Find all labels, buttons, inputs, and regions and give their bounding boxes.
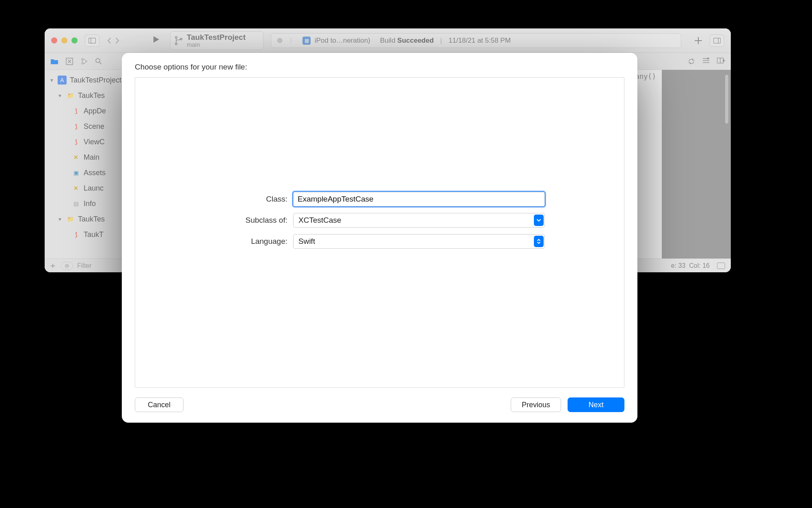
build-status: Succeeded [397, 37, 434, 44]
language-popup-button[interactable] [534, 236, 544, 247]
folder-icon: 📁 [66, 215, 75, 224]
add-editor-icon[interactable] [717, 58, 725, 63]
device-label: iPod to…neration) [315, 37, 370, 45]
inspector-toggle-button[interactable] [710, 35, 724, 47]
sheet-body: Class: Subclass of: XCTestCase Language:… [135, 77, 624, 388]
sheet-title: Choose options for your new file: [135, 63, 624, 72]
sidebar-icon [89, 38, 96, 43]
assets-file-icon: ▣ [71, 168, 80, 177]
chevron-right-icon [115, 37, 120, 44]
play-icon [151, 35, 160, 44]
svg-point-8 [82, 59, 83, 60]
target-icon: ⊚ [277, 36, 283, 45]
chevron-up-down-icon [536, 238, 541, 245]
build-timestamp: 11/18/21 at 5:58 PM [449, 37, 511, 45]
source-control-navigator-icon[interactable] [66, 58, 73, 65]
scheme-title: TaukTestProject [187, 33, 246, 41]
svg-rect-0 [89, 38, 96, 43]
chevron-left-icon [107, 37, 112, 44]
language-popup[interactable]: Swift [293, 234, 545, 249]
canvas-toggle-icon[interactable] [717, 263, 725, 269]
filter-scope-icon[interactable]: ⊜ [61, 262, 73, 270]
sheet-button-row: Cancel Previous Next [135, 397, 624, 412]
zoom-window-icon[interactable] [71, 37, 78, 43]
svg-rect-5 [714, 38, 721, 43]
storyboard-file-icon: ✕ [71, 184, 80, 193]
window-traffic-lights [51, 37, 78, 43]
subclass-dropdown-button[interactable] [534, 215, 544, 226]
storyboard-file-icon: ✕ [71, 153, 80, 162]
toolbar-right [694, 35, 724, 47]
minimize-window-icon[interactable] [61, 37, 67, 43]
folder-icon: 📁 [66, 91, 75, 100]
svg-point-2 [175, 36, 177, 38]
xcode-toolbar: TaukTestProject main ⊚ 〉 ▦ iPod to…nerat… [45, 28, 731, 53]
cancel-button[interactable]: Cancel [135, 397, 184, 412]
cursor-line: 33 [678, 262, 686, 269]
device-icon: ▦ [302, 37, 311, 45]
swift-file-icon: ⟆ [71, 137, 80, 146]
svg-point-3 [175, 43, 177, 45]
language-label: Language: [214, 237, 287, 246]
swift-file-icon: ⟆ [71, 122, 80, 131]
history-nav[interactable] [107, 37, 120, 44]
svg-rect-12 [707, 58, 709, 59]
project-root-label: TaukTestProject [70, 76, 121, 85]
svg-point-9 [82, 63, 83, 64]
svg-point-10 [85, 61, 87, 62]
chevron-down-icon [536, 218, 541, 223]
next-button[interactable]: Next [568, 397, 624, 412]
run-button[interactable] [151, 35, 160, 46]
project-navigator-icon[interactable] [50, 58, 58, 65]
find-navigator-icon[interactable] [95, 58, 102, 65]
folder-label: TaukTes [78, 91, 105, 100]
branch-icon [175, 36, 183, 46]
add-file-icon[interactable]: ＋ [49, 260, 57, 271]
previous-button[interactable]: Previous [511, 397, 561, 412]
library-plus-icon[interactable] [694, 37, 702, 45]
sidebar-right-icon [713, 38, 721, 43]
refresh-icon[interactable] [688, 58, 695, 65]
cursor-col: 16 [702, 262, 710, 269]
symbol-navigator-icon[interactable] [80, 58, 88, 65]
activity-status-bar[interactable]: ⊚ 〉 ▦ iPod to…neration) Build Succeeded … [271, 33, 681, 48]
class-name-input[interactable] [293, 192, 545, 206]
folder-label: TaukTes [78, 215, 105, 224]
swift-file-icon: ⟆ [71, 230, 80, 239]
svg-point-11 [96, 59, 100, 63]
new-file-options-sheet: Choose options for your new file: Class:… [122, 53, 637, 423]
sidebar-toggle-button[interactable] [85, 35, 99, 47]
scheme-selector[interactable]: TaukTestProject main [170, 31, 263, 50]
close-window-icon[interactable] [51, 37, 57, 43]
scheme-branch: main [187, 41, 246, 48]
filter-field[interactable]: Filter [77, 262, 92, 269]
subclass-combobox[interactable]: XCTestCase [293, 213, 545, 228]
subclass-label: Subclass of: [214, 216, 287, 225]
swift-file-icon: ⟆ [71, 106, 80, 115]
class-label: Class: [214, 195, 287, 204]
project-icon: A [58, 76, 67, 85]
plist-file-icon: ▤ [71, 199, 80, 208]
minimap[interactable] [662, 70, 731, 258]
editor-options-icon[interactable] [702, 58, 710, 63]
